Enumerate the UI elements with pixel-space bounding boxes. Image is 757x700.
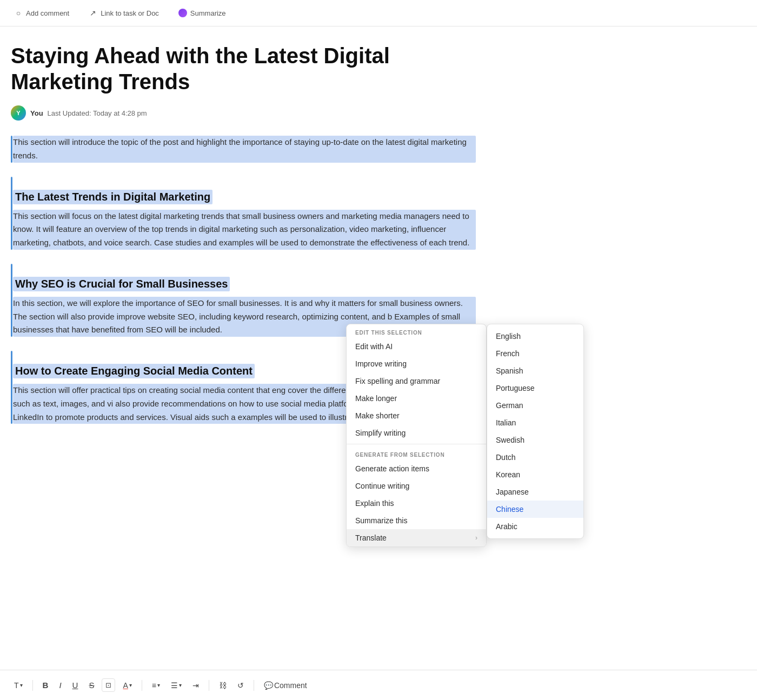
seo-heading: Why SEO is Crucial for Small Businesses — [13, 277, 230, 291]
lang-item-german[interactable]: German — [487, 397, 583, 414]
continue-writing-item[interactable]: Continue writing — [347, 477, 486, 495]
lang-item-english[interactable]: English — [487, 328, 583, 345]
generate-action-items-item[interactable]: Generate action items — [347, 460, 486, 477]
indent-button[interactable]: ⇥ — [189, 679, 202, 692]
separator-3 — [209, 680, 209, 691]
lang-item-spanish[interactable]: Spanish — [487, 362, 583, 379]
context-menu: EDIT THIS SELECTION Edit with AI Improve… — [346, 324, 487, 547]
explain-this-label: Explain this — [355, 499, 394, 508]
edit-section-label: EDIT THIS SELECTION — [347, 324, 486, 338]
summarize-icon — [178, 9, 187, 17]
translate-chevron: › — [475, 534, 477, 542]
trends-text: This section will focus on the latest di… — [13, 210, 476, 250]
add-comment-button[interactable]: ○ Add comment — [11, 6, 72, 19]
link-to-task-label: Link to task or Doc — [101, 9, 159, 17]
link-icon: ↗ — [89, 9, 97, 17]
highlight-icon: ⊡ — [105, 681, 111, 689]
top-toolbar: ○ Add comment ↗ Link to task or Doc Summ… — [0, 0, 757, 26]
simplify-writing-item[interactable]: Simplify writing — [347, 424, 486, 442]
generate-section-label: GENERATE FROM SELECTION — [347, 446, 486, 460]
strikethrough-button[interactable]: S — [85, 678, 97, 692]
highlight-button[interactable]: ⊡ — [102, 678, 115, 692]
text-style-button[interactable]: T ▾ — [11, 679, 26, 692]
comment-icon: ○ — [14, 9, 23, 17]
document-title: Staying Ahead with the Latest Digital Ma… — [11, 43, 476, 95]
continue-writing-label: Continue writing — [355, 482, 409, 490]
last-updated: Last Updated: Today at 4:28 pm — [48, 109, 147, 117]
lang-item-dutch[interactable]: Dutch — [487, 449, 583, 466]
text-style-label: T — [14, 681, 19, 690]
underline-button[interactable]: U — [69, 678, 82, 692]
section-trends: The Latest Trends in Digital Marketing T… — [11, 177, 476, 250]
comment-icon-fmt: 💬 — [264, 681, 273, 690]
separator-1 — [32, 680, 33, 691]
format-toolbar: T ▾ B I U S ⊡ A ▾ ≡ ▾ ☰ ▾ ⇥ ⛓ ↺ 💬 Commen… — [0, 670, 757, 700]
italic-label: I — [59, 681, 61, 690]
lang-item-arabic[interactable]: Arabic — [487, 518, 583, 535]
lang-item-italian[interactable]: Italian — [487, 414, 583, 431]
summarize-button[interactable]: Summarize — [175, 6, 229, 19]
text-dropdown-chevron: ▾ — [20, 682, 23, 688]
make-longer-item[interactable]: Make longer — [347, 390, 486, 407]
trends-heading: The Latest Trends in Digital Marketing — [13, 190, 213, 204]
improve-writing-item[interactable]: Improve writing — [347, 355, 486, 372]
strikethrough-label: S — [89, 681, 94, 690]
lang-item-portuguese[interactable]: Portuguese — [487, 379, 583, 397]
font-color-chevron: ▾ — [129, 682, 132, 688]
link-button[interactable]: ⛓ — [216, 679, 230, 692]
fix-spelling-item[interactable]: Fix spelling and grammar — [347, 372, 486, 390]
author-name: You — [30, 109, 43, 117]
lang-item-chinese[interactable]: Chinese — [487, 501, 583, 518]
author-row: Y You Last Updated: Today at 4:28 pm — [11, 105, 476, 121]
separator-2 — [142, 680, 142, 691]
edit-with-ai-item[interactable]: Edit with AI — [347, 338, 486, 355]
list-button[interactable]: ☰ ▾ — [168, 679, 185, 692]
social-heading: How to Create Engaging Social Media Cont… — [13, 364, 255, 378]
language-submenu: EnglishFrenchSpanishPortugueseGermanItal… — [487, 324, 584, 539]
lang-item-swedish[interactable]: Swedish — [487, 431, 583, 449]
link-to-task-button[interactable]: ↗ Link to task or Doc — [85, 6, 162, 19]
undo-icon: ↺ — [237, 681, 244, 690]
simplify-writing-label: Simplify writing — [355, 429, 406, 437]
lang-item-korean[interactable]: Korean — [487, 466, 583, 483]
make-shorter-label: Make shorter — [355, 411, 400, 420]
bold-label: B — [43, 681, 49, 690]
font-color-button[interactable]: A ▾ — [119, 679, 135, 692]
improve-writing-label: Improve writing — [355, 359, 407, 368]
align-button[interactable]: ≡ ▾ — [149, 679, 163, 692]
italic-button[interactable]: I — [56, 678, 64, 692]
link-icon: ⛓ — [219, 681, 227, 690]
align-chevron: ▾ — [157, 682, 160, 688]
translate-item[interactable]: Translate › — [347, 529, 486, 546]
underline-label: U — [72, 681, 78, 690]
font-color-label: A — [123, 681, 128, 690]
list-icon: ☰ — [171, 681, 178, 690]
content-area: Staying Ahead with the Latest Digital Ma… — [0, 26, 487, 471]
translate-label: Translate — [355, 534, 387, 542]
intro-text: This section will introduce the topic of… — [13, 136, 476, 163]
make-longer-label: Make longer — [355, 394, 397, 403]
list-chevron: ▾ — [179, 682, 182, 688]
add-comment-label: Add comment — [26, 9, 69, 17]
make-shorter-item[interactable]: Make shorter — [347, 407, 486, 424]
summarize-this-item[interactable]: Summarize this — [347, 512, 486, 529]
bold-button[interactable]: B — [39, 678, 52, 692]
undo-button[interactable]: ↺ — [234, 679, 247, 692]
section-intro: This section will introduce the topic of… — [11, 136, 476, 163]
indent-icon: ⇥ — [192, 681, 199, 690]
menu-divider — [347, 444, 486, 444]
summarize-this-label: Summarize this — [355, 516, 407, 525]
lang-item-french[interactable]: French — [487, 345, 583, 362]
comment-button[interactable]: 💬 Comment — [261, 679, 310, 692]
lang-item-japanese[interactable]: Japanese — [487, 483, 583, 501]
explain-this-item[interactable]: Explain this — [347, 495, 486, 512]
summarize-label: Summarize — [190, 9, 226, 17]
separator-4 — [254, 680, 254, 691]
comment-label: Comment — [274, 681, 307, 690]
align-icon: ≡ — [152, 681, 156, 690]
fix-spelling-label: Fix spelling and grammar — [355, 377, 440, 385]
edit-with-ai-label: Edit with AI — [355, 342, 393, 351]
avatar: Y — [11, 105, 26, 121]
generate-action-items-label: Generate action items — [355, 464, 429, 473]
